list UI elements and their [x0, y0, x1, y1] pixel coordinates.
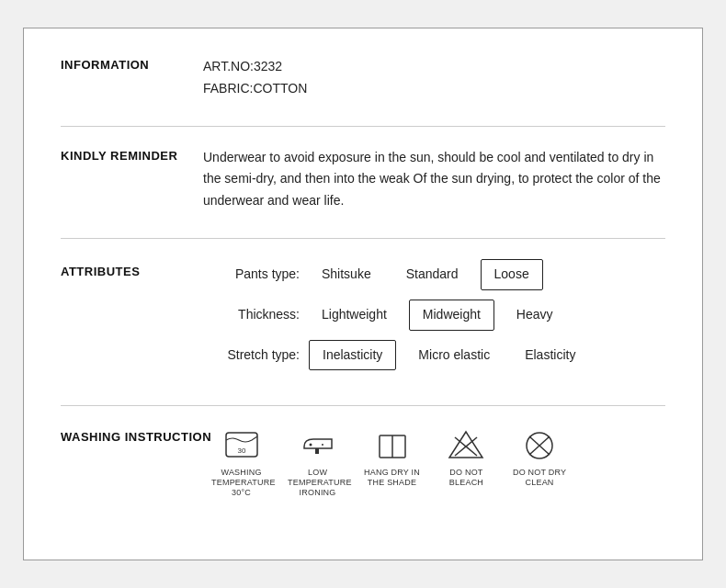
do-not-bleach-icon	[448, 428, 484, 463]
kindly-reminder-label: KINDLY REMINDER	[61, 147, 203, 163]
stretch-type-label: Stretch type:	[203, 345, 300, 367]
pants-type-label: Pants type:	[203, 264, 300, 286]
thickness-midweight[interactable]: Midweight	[409, 300, 494, 331]
thickness-heavy[interactable]: Heavy	[504, 300, 566, 330]
hang-dry-shade-label: HANG DRY INTHE SHADE	[364, 468, 420, 488]
svg-rect-2	[315, 448, 319, 454]
washing-section: WASHING INSTRUCTION 30 WASHINGTEMPERATUR…	[61, 426, 665, 497]
do-not-dry-clean-label: DO NOT DRYCLEAN	[513, 468, 566, 488]
stretch-type-row: Stretch type: Inelasticity Micro elastic…	[203, 340, 665, 371]
wash-30-label: WASHINGTEMPERATURE 30°C	[211, 468, 271, 497]
stretch-micro-elastic[interactable]: Micro elastic	[405, 341, 503, 370]
kindly-reminder-content: Underwear to avoid exposure in the sun, …	[203, 147, 665, 212]
information-content: ART.NO:3232 FABRIC:COTTON	[203, 56, 665, 100]
wash-30-block: 30 WASHINGTEMPERATURE 30°C	[211, 428, 271, 497]
stretch-elasticity[interactable]: Elasticity	[512, 341, 588, 370]
washing-label: WASHING INSTRUCTION	[61, 426, 211, 444]
attributes-section: ATTRIBUTES Pants type: Shitsuke Standard…	[61, 259, 665, 379]
do-not-dry-clean-block: DO NOT DRYCLEAN	[513, 428, 566, 488]
information-label: INFORMATION	[61, 56, 203, 72]
attributes-content: Pants type: Shitsuke Standard Loose Thic…	[203, 259, 665, 379]
thickness-label: Thickness:	[203, 304, 300, 326]
low-temp-iron-block: • LOW TEMPERATUREIRONING	[288, 428, 347, 497]
pants-type-row: Pants type: Shitsuke Standard Loose	[203, 259, 665, 290]
product-info-card: INFORMATION ART.NO:3232 FABRIC:COTTON KI…	[23, 28, 703, 560]
thickness-row: Thickness: Lightweight Midweight Heavy	[203, 300, 665, 331]
stretch-inelasticity[interactable]: Inelasticity	[309, 340, 396, 371]
washing-content: 30 WASHINGTEMPERATURE 30°C • LOW TEMPERA…	[211, 426, 665, 497]
pants-standard[interactable]: Standard	[393, 260, 471, 289]
low-temp-iron-label: LOW TEMPERATUREIRONING	[288, 468, 347, 497]
svg-point-3	[309, 444, 312, 447]
do-not-dry-clean-icon	[521, 428, 558, 463]
kindly-reminder-section: KINDLY REMINDER Underwear to avoid expos…	[61, 147, 665, 212]
fabric: FABRIC:COTTON	[203, 78, 665, 100]
hang-dry-shade-icon	[374, 428, 411, 463]
do-not-bleach-label: DO NOT BLEACH	[437, 468, 496, 488]
svg-text:•: •	[321, 441, 323, 447]
art-no: ART.NO:3232	[203, 56, 665, 78]
hang-dry-shade-block: HANG DRY INTHE SHADE	[364, 428, 420, 488]
pants-shitsuke[interactable]: Shitsuke	[309, 260, 384, 289]
washing-icons-row: 30 WASHINGTEMPERATURE 30°C • LOW TEMPERA…	[211, 428, 665, 497]
information-section: INFORMATION ART.NO:3232 FABRIC:COTTON	[61, 56, 665, 100]
do-not-bleach-block: DO NOT BLEACH	[437, 428, 496, 488]
wash-30-icon: 30	[223, 428, 260, 463]
svg-marker-7	[449, 432, 482, 458]
low-temp-iron-icon: •	[300, 428, 336, 463]
pants-loose[interactable]: Loose	[481, 259, 543, 290]
thickness-lightweight[interactable]: Lightweight	[309, 300, 400, 330]
svg-text:30: 30	[237, 447, 245, 455]
attributes-label: ATTRIBUTES	[61, 259, 203, 278]
